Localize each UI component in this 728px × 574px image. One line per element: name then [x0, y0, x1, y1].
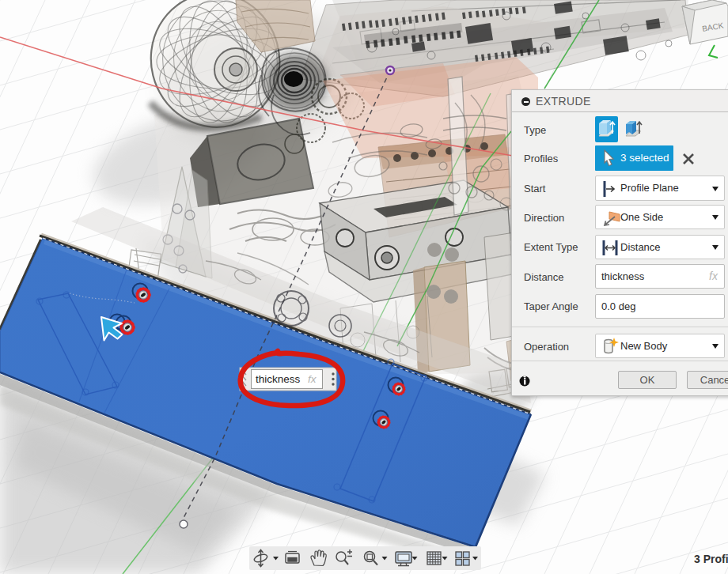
- svg-text:fx: fx: [308, 373, 317, 385]
- svg-text:thickness: thickness: [256, 373, 301, 385]
